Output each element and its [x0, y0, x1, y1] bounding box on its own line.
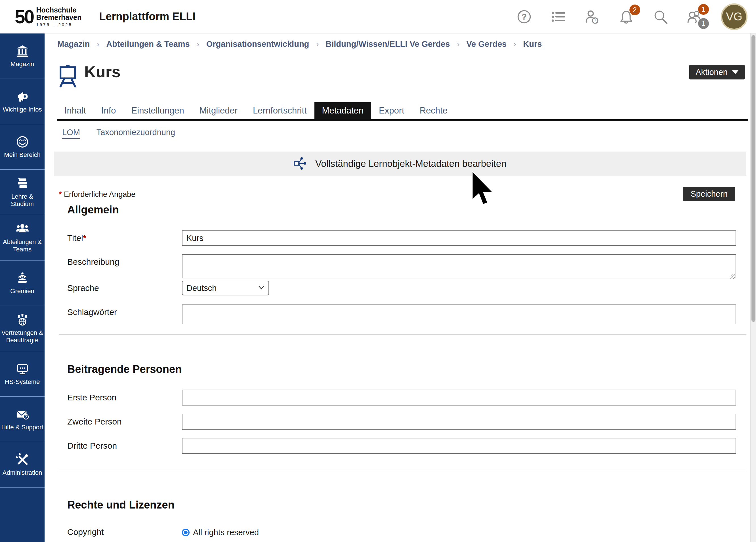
app-window: 50 Hochschule Bremerhaven 1975 – 2025 Le… [0, 0, 756, 542]
schlagwoerter-input[interactable] [182, 304, 736, 324]
banner-label: Vollständige Lernobjekt-Metadaten bearbe… [315, 158, 506, 169]
tab-info[interactable]: Info [94, 102, 124, 119]
form-row-schlagwoerter: Schlagwörter [67, 304, 736, 324]
tab-bar: Inhalt Info Einstellungen Mitglieder Ler… [57, 102, 455, 119]
beschreibung-label: Beschreibung [67, 254, 182, 280]
form-row-titel: Titel* [67, 230, 736, 246]
sidebar-item-abteilungen-teams[interactable]: Abteilungen & Teams [0, 215, 45, 261]
building-icon [16, 45, 29, 58]
sidebar-item-magazin[interactable]: Magazin [0, 33, 45, 79]
logo-50-anniversary: 50 [15, 7, 33, 26]
user-alert-icon[interactable]: ! [585, 9, 600, 24]
mail-question-icon: ? [16, 408, 29, 421]
section-heading-allgemein: Allgemein [67, 204, 119, 216]
chevron-separator-icon: › [513, 39, 516, 49]
caret-down-icon [732, 70, 738, 74]
page-title: Kurs [84, 62, 121, 81]
help-icon[interactable]: ? [516, 9, 532, 24]
form-row-copyright: Copyright All rights reserved [67, 527, 736, 537]
dritte-person-input[interactable] [182, 438, 736, 454]
sidebar-item-mein-bereich[interactable]: Mein Bereich [0, 124, 45, 170]
globe-people-icon [16, 313, 29, 326]
tab-inhalt[interactable]: Inhalt [57, 102, 94, 119]
breadcrumb-organisationsentwicklung[interactable]: Organisationsentwicklung [206, 39, 309, 49]
copyright-radio[interactable] [182, 529, 190, 536]
metadata-node-icon [294, 157, 308, 171]
megaphone-icon [16, 90, 29, 103]
sidebar-item-gremien[interactable]: Gremien [0, 261, 45, 306]
sidebar-nav: Magazin Wichtige Infos Mein Bereich [0, 33, 45, 542]
save-button[interactable]: Speichern [683, 187, 735, 201]
section-divider [59, 470, 746, 470]
breadcrumb: Magazin › Abteilungen & Teams › Organisa… [57, 33, 542, 54]
page-scrollbar [750, 33, 756, 542]
breadcrumb-magazin[interactable]: Magazin [57, 39, 90, 49]
chevron-separator-icon: › [457, 39, 459, 49]
tab-export[interactable]: Export [371, 102, 412, 119]
required-hint: * Erforderliche Angabe [59, 190, 135, 199]
scrollbar-thumb[interactable] [751, 35, 755, 322]
zweite-person-label: Zweite Person [67, 417, 182, 427]
monitor-icon [16, 362, 29, 375]
tab-underline [57, 119, 748, 121]
chevron-separator-icon: › [197, 39, 199, 49]
copyright-radio-label: All rights reserved [193, 528, 259, 537]
sprache-label: Sprache [67, 283, 182, 293]
beschreibung-textarea[interactable] [182, 254, 736, 278]
sidebar-item-hs-systeme[interactable]: HS-Systeme [0, 351, 45, 397]
subtab-taxonomiezuordnung[interactable]: Taxonomiezuordnung [96, 128, 175, 139]
breadcrumb-abteilungen-teams[interactable]: Abteilungen & Teams [106, 39, 190, 49]
sidebar-item-lehre-studium[interactable]: Lehre & Studium [0, 170, 45, 215]
svg-text:?: ? [522, 12, 527, 21]
sidebar-item-hilfe-support[interactable]: ? Hilfe & Support [0, 397, 45, 442]
tab-lernfortschritt[interactable]: Lernfortschritt [245, 102, 314, 119]
university-logo: 50 Hochschule Bremerhaven 1975 – 2025 [15, 6, 81, 27]
schlagwoerter-label: Schlagwörter [67, 304, 182, 324]
form-row-dritte-person: Dritte Person [67, 438, 736, 454]
sidebar-item-administration[interactable]: Administration [0, 442, 45, 488]
erste-person-label: Erste Person [67, 393, 182, 402]
form-row-zweite-person: Zweite Person [67, 414, 736, 430]
search-icon[interactable] [653, 9, 668, 24]
bell-icon[interactable]: 2 [619, 9, 634, 24]
sprache-select[interactable]: Deutsch [182, 281, 269, 295]
titel-label: Titel* [67, 233, 182, 243]
sidebar-item-vertretungen-beauftragte[interactable]: Vertretungen & Beauftragte [0, 306, 45, 351]
main-content: Magazin › Abteilungen & Teams › Organisa… [45, 33, 750, 542]
books-icon [16, 177, 29, 190]
tab-einstellungen[interactable]: Einstellungen [124, 102, 192, 119]
form-row-beschreibung: Beschreibung [67, 254, 736, 280]
titel-input[interactable] [182, 230, 736, 246]
chevron-separator-icon: › [96, 39, 99, 49]
tab-rechte[interactable]: Rechte [412, 102, 455, 119]
actions-button[interactable]: Aktionen [689, 65, 745, 79]
erste-person-input[interactable] [182, 390, 736, 406]
top-header: 50 Hochschule Bremerhaven 1975 – 2025 Le… [0, 0, 756, 33]
list-icon[interactable] [551, 9, 566, 24]
tools-icon [16, 453, 29, 466]
tab-metadaten[interactable]: Metadaten [314, 102, 371, 119]
resize-grip-icon[interactable] [730, 274, 735, 279]
app-title: Lernplattform ELLI [99, 10, 196, 23]
tab-mitglieder[interactable]: Mitglieder [192, 102, 245, 119]
dritte-person-label: Dritte Person [67, 441, 182, 451]
breadcrumb-bildung-wissen[interactable]: Bildung/Wissen/ELLI Ve Gerdes [325, 39, 450, 49]
contacts-badge-top: 1 [698, 4, 709, 15]
svg-text:?: ? [25, 415, 27, 419]
breadcrumb-kurs[interactable]: Kurs [523, 39, 542, 49]
notifications-badge: 2 [629, 5, 640, 15]
edit-full-metadata-banner[interactable]: Vollständige Lernobjekt-Metadaten bearbe… [54, 152, 746, 176]
form-row-sprache: Sprache Deutsch [67, 281, 736, 295]
svg-text:!: ! [594, 18, 596, 24]
contacts-icon[interactable]: 1 1 [687, 9, 702, 24]
people-group-icon [16, 222, 29, 236]
zweite-person-input[interactable] [182, 414, 736, 430]
section-divider [59, 334, 746, 335]
breadcrumb-ve-gerdes[interactable]: Ve Gerdes [466, 39, 507, 49]
contacts-badge-bottom: 1 [698, 18, 709, 29]
section-heading-beitragende: Beitragende Personen [67, 363, 182, 375]
smiley-icon [16, 135, 29, 148]
subtab-lom[interactable]: LOM [62, 128, 80, 139]
sidebar-item-wichtige-infos[interactable]: Wichtige Infos [0, 79, 45, 124]
avatar[interactable]: VG [721, 3, 747, 30]
